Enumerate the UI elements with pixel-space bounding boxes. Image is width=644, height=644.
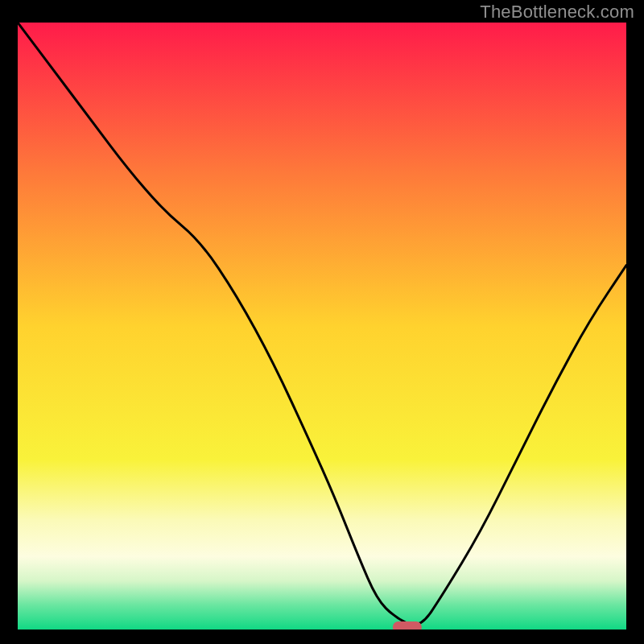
optimal-marker [393,621,422,630]
watermark-text: TheBottleneck.com [480,2,634,23]
chart-frame: TheBottleneck.com [0,0,644,644]
plot-area [18,23,626,630]
chart-svg [18,23,626,630]
gradient-rect [18,23,626,630]
